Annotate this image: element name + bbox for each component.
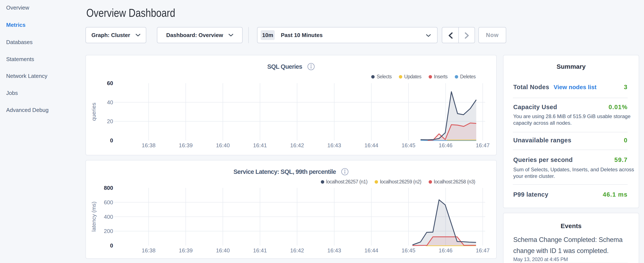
svg-text:16:46: 16:46 xyxy=(438,142,452,149)
svg-text:16:45: 16:45 xyxy=(402,247,416,254)
svg-text:16:43: 16:43 xyxy=(327,247,341,254)
svg-text:600: 600 xyxy=(104,199,113,205)
svg-text:16:44: 16:44 xyxy=(364,247,378,254)
svg-text:16:46: 16:46 xyxy=(438,247,452,254)
svg-text:20: 20 xyxy=(107,118,113,124)
svg-text:0: 0 xyxy=(110,242,113,249)
svg-text:0: 0 xyxy=(110,137,113,144)
svg-text:16:43: 16:43 xyxy=(327,142,341,149)
svg-text:800: 800 xyxy=(104,185,113,191)
svg-text:400: 400 xyxy=(104,214,113,220)
svg-text:16:42: 16:42 xyxy=(290,142,304,149)
svg-text:16:45: 16:45 xyxy=(402,142,416,149)
svg-text:16:44: 16:44 xyxy=(364,142,378,149)
svg-text:latency (ms): latency (ms) xyxy=(90,201,97,232)
svg-text:16:38: 16:38 xyxy=(142,247,156,254)
svg-text:16:47: 16:47 xyxy=(476,247,490,254)
svg-text:queries: queries xyxy=(90,103,97,121)
svg-text:16:39: 16:39 xyxy=(179,247,193,254)
svg-text:16:40: 16:40 xyxy=(216,247,230,254)
svg-text:40: 40 xyxy=(107,99,113,106)
svg-text:16:38: 16:38 xyxy=(142,142,156,149)
svg-text:16:41: 16:41 xyxy=(253,142,267,149)
svg-text:16:47: 16:47 xyxy=(476,142,490,149)
svg-text:16:42: 16:42 xyxy=(290,247,304,254)
svg-text:16:40: 16:40 xyxy=(216,142,230,149)
svg-text:60: 60 xyxy=(107,80,113,86)
svg-text:16:39: 16:39 xyxy=(179,142,193,149)
svg-text:200: 200 xyxy=(104,228,113,234)
svg-text:16:41: 16:41 xyxy=(253,247,267,254)
